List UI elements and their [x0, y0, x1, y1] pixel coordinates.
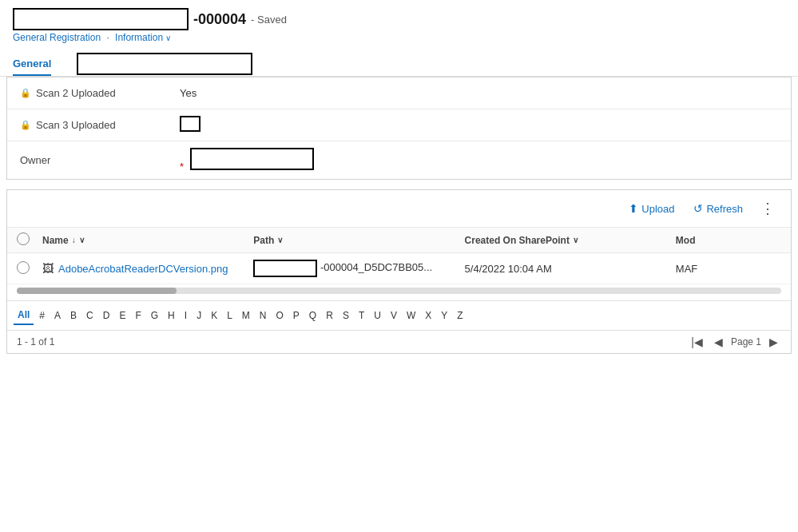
title-input-box[interactable]	[13, 8, 189, 30]
file-name-link[interactable]: AdobeAcrobatReaderDCVersion.png	[58, 263, 228, 275]
alpha-item-h[interactable]: H	[164, 307, 179, 324]
label-text-scan3: Scan 3 Uploaded	[36, 119, 116, 131]
row-name-cell: 🖼 AdobeAcrobatReaderDCVersion.png	[42, 262, 253, 275]
first-page-button[interactable]: |◀	[688, 334, 706, 350]
alpha-item-j[interactable]: J	[193, 307, 205, 324]
record-count: 1 - 1 of 1	[17, 336, 54, 347]
lock-icon-scan2: 🔒	[20, 88, 31, 98]
col-created-header[interactable]: Created On SharePoint ∨	[465, 235, 676, 246]
tab-search-box[interactable]	[77, 53, 252, 75]
form-label-scan3: 🔒 Scan 3 Uploaded	[20, 119, 180, 131]
alpha-item-a[interactable]: A	[50, 307, 65, 324]
tab-general[interactable]: General	[13, 51, 51, 76]
breadcrumb-sep: ·	[106, 32, 109, 43]
form-row-owner: Owner *	[7, 141, 791, 179]
table-row: 🖼 AdobeAcrobatReaderDCVersion.png -00000…	[7, 253, 791, 284]
alpha-item-r[interactable]: R	[322, 307, 337, 324]
form-label-scan2: 🔒 Scan 2 Uploaded	[20, 87, 180, 99]
owner-input[interactable]	[190, 148, 314, 170]
upload-button[interactable]: ⬆ Upload	[621, 199, 682, 218]
col-check-header	[17, 232, 42, 248]
col-created-label: Created On SharePoint	[465, 235, 570, 246]
alpha-item-v[interactable]: V	[387, 307, 401, 324]
alpha-item-k[interactable]: K	[207, 307, 221, 324]
scrollbar-track[interactable]	[17, 288, 781, 294]
alpha-item-t[interactable]: T	[355, 307, 368, 324]
row-mod-value: MAF	[676, 263, 697, 275]
upload-icon: ⬆	[629, 202, 638, 215]
alpha-item-g[interactable]: G	[147, 307, 162, 324]
alpha-item-p[interactable]: P	[289, 307, 304, 324]
row-created-value: 5/4/2022 10:04 AM	[465, 263, 552, 275]
lock-icon-scan3: 🔒	[20, 120, 31, 130]
alpha-item-c[interactable]: C	[82, 307, 97, 324]
header-radio[interactable]	[17, 232, 30, 245]
form-row-scan3: 🔒 Scan 3 Uploaded	[7, 109, 791, 141]
form-value-scan2: Yes	[180, 87, 778, 99]
refresh-label: Refresh	[706, 203, 743, 215]
file-grid-header: Name ↓ ∨ Path ∨ Created On SharePoint ∨ …	[7, 228, 791, 253]
path-filter-icon[interactable]: ∨	[277, 236, 283, 244]
name-filter-icon[interactable]: ∨	[79, 236, 85, 244]
prev-page-button[interactable]: ◀	[711, 334, 726, 350]
required-star-owner: *	[180, 161, 184, 173]
row-radio[interactable]	[17, 261, 30, 274]
alpha-item-d[interactable]: D	[99, 307, 114, 324]
breadcrumb-dropdown-icon[interactable]: ∨	[165, 34, 171, 42]
col-name-label: Name	[42, 235, 69, 246]
alpha-item-n[interactable]: N	[256, 307, 271, 324]
row-mod-cell: MAF	[676, 263, 781, 275]
alpha-item-s[interactable]: S	[339, 307, 353, 324]
header: -000004 - Saved General Registration · I…	[0, 0, 798, 51]
path-input-box[interactable]	[253, 260, 317, 277]
alpha-nav: All # A B C D E F G H I J K L M N O P Q …	[7, 300, 791, 330]
col-mod-label: Mod	[676, 235, 696, 246]
path-suffix: -000004_D5DC7BB05...	[320, 261, 432, 273]
form-value-owner: *	[180, 148, 778, 173]
footer: 1 - 1 of 1 |◀ ◀ Page 1 ▶	[7, 330, 791, 353]
alpha-item-y[interactable]: Y	[437, 307, 451, 324]
alpha-item-all[interactable]: All	[14, 306, 34, 325]
next-page-button[interactable]: ▶	[766, 334, 781, 350]
file-toolbar: ⬆ Upload ↺ Refresh ⋮	[7, 190, 791, 228]
scrollbar-thumb[interactable]	[17, 288, 177, 294]
row-created-cell: 5/4/2022 10:04 AM	[465, 263, 676, 275]
header-title-row: -000004 - Saved	[13, 8, 785, 30]
refresh-button[interactable]: ↺ Refresh	[685, 199, 751, 218]
alpha-item-z[interactable]: Z	[453, 307, 466, 324]
label-text-owner: Owner	[20, 154, 50, 166]
alpha-item-x[interactable]: X	[421, 307, 435, 324]
alpha-item-l[interactable]: L	[223, 307, 236, 324]
breadcrumb: General Registration · Information ∨	[13, 30, 785, 48]
record-id: -000004	[193, 11, 246, 28]
alpha-item-hash[interactable]: #	[35, 307, 49, 324]
form-section: 🔒 Scan 2 Uploaded Yes 🔒 Scan 3 Uploaded …	[6, 77, 792, 180]
col-path-header[interactable]: Path ∨	[253, 235, 464, 246]
alpha-item-f[interactable]: F	[131, 307, 145, 324]
more-options-button[interactable]: ⋮	[754, 197, 781, 220]
breadcrumb-part1[interactable]: General Registration	[13, 32, 101, 43]
image-file-icon: 🖼	[42, 262, 54, 275]
alpha-item-e[interactable]: E	[115, 307, 129, 324]
alpha-item-o[interactable]: O	[272, 307, 288, 324]
alpha-item-q[interactable]: Q	[305, 307, 320, 324]
name-sort-icon: ↓	[72, 236, 76, 244]
scan3-checkbox[interactable]	[180, 116, 200, 132]
alpha-item-b[interactable]: B	[66, 307, 81, 324]
page-label: Page 1	[731, 336, 761, 347]
scan2-value-text: Yes	[180, 87, 197, 99]
alpha-item-w[interactable]: W	[403, 307, 419, 324]
alpha-item-u[interactable]: U	[370, 307, 385, 324]
file-section: ⬆ Upload ↺ Refresh ⋮ Name ↓ ∨ Path ∨	[6, 189, 792, 354]
pagination: |◀ ◀ Page 1 ▶	[688, 334, 781, 350]
form-value-scan3	[180, 116, 778, 134]
created-filter-icon[interactable]: ∨	[573, 236, 578, 244]
col-name-header[interactable]: Name ↓ ∨	[42, 235, 253, 246]
alpha-item-m[interactable]: M	[238, 307, 254, 324]
scrollbar-area	[7, 284, 791, 300]
form-label-owner: Owner	[20, 154, 180, 166]
alpha-item-i[interactable]: I	[181, 307, 191, 324]
row-path-cell: -000004_D5DC7BB05...	[253, 260, 464, 277]
breadcrumb-part2[interactable]: Information	[115, 32, 163, 43]
col-path-label: Path	[253, 235, 274, 246]
